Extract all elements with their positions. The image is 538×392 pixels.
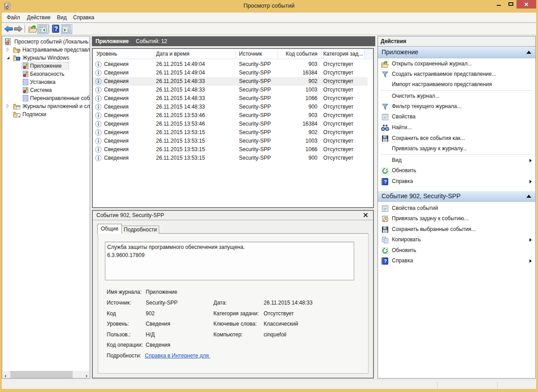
svg-text:?: ? [384, 258, 387, 264]
svg-text:?: ? [54, 25, 58, 32]
svg-text:?: ? [384, 179, 387, 184]
